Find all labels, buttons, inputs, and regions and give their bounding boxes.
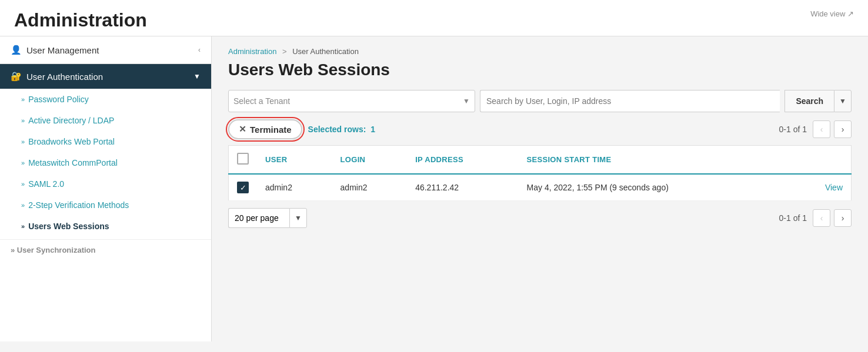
pagination-top: 0-1 of 1 ‹ › [779,120,852,138]
x-icon: ✕ [239,124,246,135]
row-view-link[interactable]: View [792,174,851,201]
sidebar-item-2step[interactable]: » 2-Step Verification Methods [0,195,211,216]
terminate-btn-label: Terminate [250,125,292,135]
breadcrumb-current: User Authentication [292,47,359,56]
selected-rows-text: Selected rows: 1 [308,125,376,134]
row-session-start-time: May 4, 2022, 1:55 PM (9 seconds ago) [519,174,792,201]
sidebar-item-label: 2-Step Verification Methods [28,200,129,210]
page-info-top: 0-1 of 1 [779,125,807,134]
sidebar-item-broadworks[interactable]: » Broadworks Web Portal [0,131,211,152]
sidebar: 👤 User Management ‹ 🔐 User Authenticatio… [0,36,212,341]
sessions-table: USER LOGIN IP ADDRESS SESSION START TIME… [228,145,852,201]
actions-row: ✕ Terminate Selected rows: 1 0-1 of 1 ‹ … [228,119,852,139]
next-page-button-top[interactable]: › [834,120,852,138]
sidebar-item-label: Metaswitch CommPortal [28,158,118,167]
chevron-left-icon: ‹ [198,46,201,54]
sidebar-item-label: Users Web Sessions [28,222,109,231]
row-user: admin2 [257,174,332,201]
sidebar-sub-items: » Password Policy » Active Directory / L… [0,89,211,260]
bottom-row: 20 per page 50 per page 100 per page ▼ 0… [228,208,852,228]
pagination-bottom: 0-1 of 1 ‹ › [779,209,852,227]
search-btn-wrapper: Search ▼ [784,90,852,112]
sidebar-user-authentication[interactable]: 🔐 User Authentication ▼ [0,64,211,89]
prev-page-button-top[interactable]: ‹ [813,120,830,138]
page-title: Administration [14,9,147,31]
breadcrumb-separator: > [282,47,287,56]
sidebar-user-management[interactable]: 👤 User Management ‹ [0,36,211,64]
select-all-checkbox[interactable] [237,153,249,165]
chevron-right-icon: » [21,202,25,209]
selected-rows-label: Selected rows: [308,125,366,134]
sidebar-item-saml[interactable]: » SAML 2.0 [0,173,211,195]
terminate-button[interactable]: ✕ Terminate [228,119,302,139]
col-header-actions [792,146,851,175]
top-bar: Administration Wide view ↗ [0,0,868,36]
sidebar-user-authentication-label: User Authentication [26,72,103,82]
row-ip-address: 46.211.2.42 [407,174,518,201]
breadcrumb: Administration > User Authentication [228,47,852,56]
chevron-right-icon: » [21,159,25,166]
sidebar-item-user-sync[interactable]: » User Synchronization [0,239,211,260]
sidebar-item-metaswitch[interactable]: » Metaswitch CommPortal [0,152,211,173]
breadcrumb-root[interactable]: Administration [228,47,276,56]
toolbar-row: Select a Tenant ▼ Search ▼ [228,90,852,112]
row-checkbox[interactable]: ✓ [237,182,249,193]
search-dropdown-button[interactable]: ▼ [834,90,852,112]
tenant-dropdown-arrow-icon: ▼ [463,97,470,105]
row-login: admin2 [332,174,408,201]
chevron-down-icon: ▼ [193,72,201,81]
col-header-login: LOGIN [332,146,408,175]
auth-icon: 🔐 [11,71,22,82]
user-management-icon: 👤 [11,45,22,55]
sidebar-item-label: Active Directory / LDAP [28,116,114,125]
sidebar-item-active-directory[interactable]: » Active Directory / LDAP [0,110,211,131]
wide-view-link[interactable]: Wide view ↗ [810,9,854,18]
page-info-bottom: 0-1 of 1 [779,213,807,223]
table-body: ✓ admin2 admin2 46.211.2.42 May 4, 2022,… [229,174,852,201]
selected-rows-count: 1 [370,125,375,134]
content-title: Users Web Sessions [228,61,852,79]
search-input[interactable] [480,90,780,112]
content-area: Administration > User Authentication Use… [212,36,868,341]
row-checkbox-cell[interactable]: ✓ [229,174,258,201]
actions-left: ✕ Terminate Selected rows: 1 [228,119,375,139]
per-page-wrapper: 20 per page 50 per page 100 per page ▼ [228,208,307,228]
next-page-button-bottom[interactable]: › [834,209,852,227]
chevron-right-icon: » [21,180,25,187]
chevron-right-icon: » [21,96,25,103]
col-header-user: USER [257,146,332,175]
sidebar-item-label: SAML 2.0 [28,179,64,189]
sidebar-user-management-label: User Management [26,45,99,55]
sidebar-item-password-policy[interactable]: » Password Policy [0,89,211,110]
per-page-select[interactable]: 20 per page 50 per page 100 per page [228,208,289,228]
sidebar-item-users-web-sessions[interactable]: » Users Web Sessions [0,216,211,237]
col-header-ip: IP ADDRESS [407,146,518,175]
search-button[interactable]: Search [784,90,834,112]
table-header-row: USER LOGIN IP ADDRESS SESSION START TIME [229,146,852,175]
tenant-select-wrapper[interactable]: Select a Tenant ▼ [228,90,475,112]
table-row: ✓ admin2 admin2 46.211.2.42 May 4, 2022,… [229,174,852,201]
chevron-right-icon: » [21,138,25,145]
tenant-select[interactable]: Select a Tenant [233,96,463,106]
col-header-session-start: SESSION START TIME [519,146,792,175]
chevron-right-icon: » [21,223,25,230]
chevron-right-icon: » [21,117,25,124]
per-page-dropdown-button[interactable]: ▼ [289,208,307,228]
prev-page-button-bottom[interactable]: ‹ [813,209,830,227]
sidebar-item-label: Broadworks Web Portal [28,137,115,146]
sidebar-item-label: » User Synchronization [11,246,95,254]
header-checkbox-cell[interactable] [229,146,258,175]
sidebar-item-label: Password Policy [28,95,89,104]
main-layout: 👤 User Management ‹ 🔐 User Authenticatio… [0,36,868,341]
